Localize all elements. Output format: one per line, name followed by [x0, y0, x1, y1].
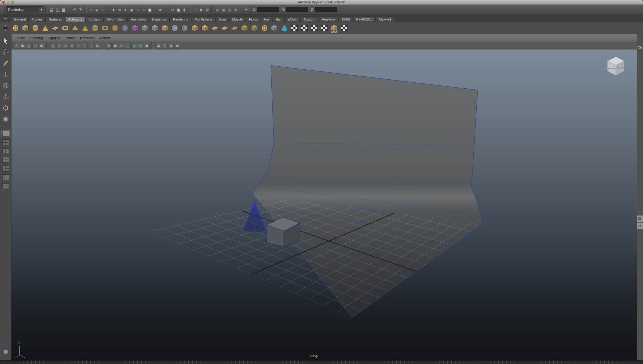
- boolean-difference-icon[interactable]: [180, 23, 189, 33]
- safe-action-icon[interactable]: ▣: [138, 43, 143, 49]
- renderer-toggle-icon[interactable]: ◉: [174, 43, 180, 49]
- shelf-tab-dynamics[interactable]: Dynamics: [149, 17, 170, 22]
- new-scene-icon[interactable]: ▤: [49, 7, 55, 13]
- poly-cylinder-icon[interactable]: [31, 23, 40, 33]
- viewport-persp[interactable]: FRONT RIGHT Y persp: [11, 49, 637, 360]
- select-hierarchy-icon[interactable]: ⌂: [88, 7, 94, 13]
- redo-icon[interactable]: ↷: [77, 7, 83, 13]
- display-tab[interactable]: Di: [637, 215, 643, 222]
- panel-menu-panels[interactable]: Panels: [97, 36, 113, 40]
- zoom-button[interactable]: [11, 1, 14, 4]
- scale-tool[interactable]: [2, 93, 10, 101]
- snap-view-plane-icon[interactable]: ▣: [175, 7, 181, 13]
- ocean-icon[interactable]: [280, 23, 289, 33]
- extrude-icon[interactable]: [190, 23, 199, 33]
- menu-set-dropdown[interactable]: Rendering ▾: [6, 6, 44, 13]
- append-polygon-icon[interactable]: [220, 23, 229, 33]
- poly-plane-icon[interactable]: [51, 23, 60, 33]
- split-polygon-icon[interactable]: [230, 23, 239, 33]
- shelf-tab-maxwell[interactable]: Maxwell: [376, 17, 394, 22]
- panel-menu-renderer[interactable]: Renderer: [77, 36, 97, 40]
- universal-manipulator-tool[interactable]: [2, 104, 10, 112]
- close-button[interactable]: [2, 1, 5, 4]
- four-pane-layout-button[interactable]: [2, 139, 10, 146]
- bookmarks-icon[interactable]: ◫: [32, 43, 38, 49]
- shelf-tab-fur[interactable]: Fur: [261, 17, 272, 22]
- combine-icon[interactable]: [140, 23, 149, 33]
- wireframe-mode-icon[interactable]: ◇: [50, 43, 56, 49]
- extract-icon[interactable]: [160, 23, 169, 33]
- screen-space-ao-icon[interactable]: ◒: [88, 43, 94, 49]
- isolate-select-icon[interactable]: ◈: [106, 43, 112, 49]
- layers-tab[interactable]: La: [637, 223, 643, 229]
- shelf-tabs-toggle[interactable]: ▸: [0, 15, 11, 22]
- resolution-gate-icon[interactable]: ▢: [119, 43, 124, 49]
- construction-history-icon[interactable]: ⚙: [204, 7, 210, 13]
- shelf-tab-toon[interactable]: Toon: [216, 17, 229, 22]
- safe-title-icon[interactable]: ▦: [144, 43, 150, 49]
- absolute-mode-icon[interactable]: ⌖: [243, 7, 249, 13]
- poly-cube-icon[interactable]: [21, 23, 30, 33]
- textured-mode-icon[interactable]: ▦: [69, 43, 75, 49]
- mask-misc-icon[interactable]: ▣: [147, 7, 153, 13]
- ipr-render-icon[interactable]: ◎: [227, 7, 233, 13]
- open-scene-icon[interactable]: ◫: [55, 7, 61, 13]
- poly-soccer-ball-icon[interactable]: [110, 23, 120, 33]
- select-object-icon[interactable]: ◈: [94, 7, 100, 13]
- mask-deformations-icon[interactable]: ◆: [129, 7, 135, 13]
- output-connections-icon[interactable]: ⊗: [198, 7, 204, 13]
- viewport-scene[interactable]: FRONT RIGHT Y persp: [11, 49, 637, 360]
- select-component-icon[interactable]: ⊙: [100, 7, 106, 13]
- use-all-lights-icon[interactable]: ◐: [75, 43, 81, 49]
- time-slider-strip[interactable]: [0, 360, 643, 364]
- shelf-tab-arrow-icon[interactable]: ▾: [3, 24, 8, 28]
- uv-cylindrical-mapping-icon[interactable]: [310, 23, 319, 33]
- channel-box-label[interactable]: Ch: [638, 46, 642, 49]
- shelf-tab-ncloth[interactable]: nCloth: [285, 17, 301, 22]
- shelf-tab-dmm[interactable]: DMM: [339, 17, 353, 22]
- smooth-icon[interactable]: [130, 23, 139, 33]
- sculpt-geometry-icon[interactable]: [120, 23, 130, 33]
- poly-torus-icon[interactable]: [61, 23, 70, 33]
- move-tool[interactable]: [2, 70, 10, 79]
- shelf-tab-general[interactable]: General: [11, 17, 29, 22]
- offset-edge-loop-icon[interactable]: [250, 23, 259, 33]
- poly-cube[interactable]: [267, 217, 300, 246]
- lasso-select-tool[interactable]: [2, 48, 10, 56]
- poly-cone-icon[interactable]: [41, 23, 50, 33]
- shelf-tab-animation[interactable]: Animation: [128, 17, 149, 22]
- panel-menu-show[interactable]: Show: [63, 36, 77, 40]
- multisample-aa-icon[interactable]: ▥: [94, 43, 100, 49]
- poly-prism-icon[interactable]: [71, 23, 80, 33]
- two-pane-side-layout-button[interactable]: [2, 147, 10, 155]
- render-current-frame-icon[interactable]: ◉: [221, 7, 227, 13]
- open-render-view-icon[interactable]: ▷: [215, 7, 221, 13]
- mask-points-icon[interactable]: ●: [110, 7, 117, 13]
- minimize-button[interactable]: [7, 1, 9, 4]
- shelf-tab-custom[interactable]: Custom: [301, 17, 318, 22]
- coord-input-z[interactable]: [315, 7, 337, 12]
- snap-grid-icon[interactable]: #: [157, 7, 163, 13]
- hypershade-panel-icon[interactable]: [2, 348, 10, 356]
- mask-surfaces-icon[interactable]: ◐: [123, 7, 129, 13]
- uv-spherical-mapping-icon[interactable]: [320, 23, 329, 33]
- rotate-tool[interactable]: [2, 81, 10, 90]
- grid-toggle-icon[interactable]: #: [162, 43, 168, 49]
- window-titlebar[interactable]: Autodesk Maya 2013 x64: untitled*: [0, 0, 643, 5]
- merge-vertices-icon[interactable]: [260, 23, 269, 33]
- shelf-tab-painteffects[interactable]: PaintEffects: [192, 17, 216, 22]
- assign-checker-material-icon[interactable]: [340, 23, 349, 33]
- mask-dynamics-icon[interactable]: ○: [135, 7, 141, 13]
- shelf-tabs-toggle-icon[interactable]: ▸: [3, 16, 8, 20]
- gate-mask-icon[interactable]: ◫: [125, 43, 131, 49]
- hypershade-persp-layout-button[interactable]: [2, 182, 10, 190]
- insert-edge-loop-icon[interactable]: [240, 23, 249, 33]
- single-pane-layout-button[interactable]: [2, 130, 10, 137]
- save-scene-icon[interactable]: ▦: [61, 7, 67, 13]
- shelf-tab-hair[interactable]: Hair: [273, 17, 285, 22]
- image-plane-icon[interactable]: ▤: [39, 43, 44, 49]
- hud-toggle-icon[interactable]: ▤: [168, 43, 174, 49]
- grease-pencil-icon[interactable]: ◪: [155, 43, 161, 49]
- shelf-tab-rfrk2013[interactable]: RFRK2013: [353, 17, 376, 22]
- uv-planar-mapping-icon[interactable]: [290, 23, 299, 33]
